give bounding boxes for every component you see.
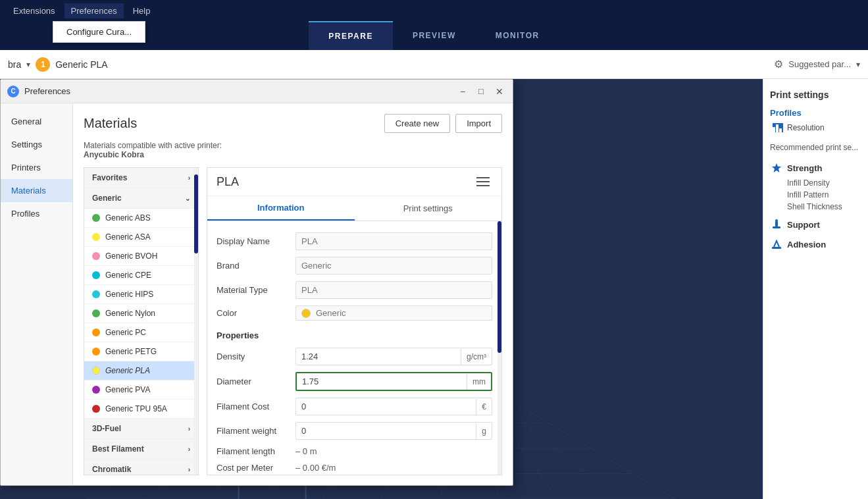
field-display-name: Display Name (217, 229, 492, 253)
detail-scrollbar[interactable] (498, 221, 501, 475)
dropdown-arrow[interactable]: ▾ (26, 60, 30, 69)
filament-cost-input[interactable] (296, 398, 476, 415)
color-swatch[interactable] (301, 309, 311, 318)
weight-unit: g (476, 423, 492, 439)
field-diameter: Diameter mm (217, 369, 492, 394)
support-icon (770, 218, 783, 231)
material-generic-abs[interactable]: Generic ABS (84, 209, 198, 228)
tab-monitor[interactable]: MONITOR (476, 21, 559, 50)
adhesion-section[interactable]: Adhesion (770, 234, 861, 253)
infill-density-item: Infill Density (770, 177, 861, 189)
create-new-button[interactable]: Create new (384, 114, 450, 133)
detail-content: Display Name Brand Mater (207, 221, 501, 475)
color-dot (92, 367, 100, 375)
nav-general[interactable]: General (1, 110, 72, 133)
canvas-area: C Preferences − □ ✕ General Settings Pri… (0, 79, 763, 499)
adhesion-label: Adhesion (787, 240, 826, 250)
dialog-title-label: Preferences (24, 86, 451, 96)
menu-extensions[interactable]: Extensions (7, 3, 62, 18)
nav-materials[interactable]: Materials (1, 179, 72, 202)
filament-length-value: – 0 m (295, 446, 317, 456)
maximize-button[interactable]: □ (474, 85, 488, 98)
display-name-input[interactable] (295, 232, 492, 250)
field-label: Filament length (217, 446, 295, 456)
support-label: Support (787, 220, 820, 230)
tab-prepare[interactable]: PREPARE (309, 21, 393, 50)
import-button[interactable]: Import (455, 114, 502, 133)
materials-list: Favorites › Generic ⌄ Generic (84, 167, 199, 475)
brand-input[interactable] (295, 257, 492, 275)
material-generic-bvoh[interactable]: Generic BVOH (84, 247, 198, 266)
dropdown-arrow-right[interactable]: ▾ (856, 60, 860, 69)
close-button[interactable]: ✕ (493, 85, 506, 98)
settings-icon: ⚙ (774, 58, 783, 70)
minimize-button[interactable]: − (456, 85, 469, 98)
nav-settings[interactable]: Settings (1, 133, 72, 156)
tab-information[interactable]: Information (207, 196, 355, 221)
support-section[interactable]: Support (770, 213, 861, 234)
menu-preferences[interactable]: Preferences (64, 3, 124, 18)
material-detail-name: PLA (217, 175, 474, 189)
cost-unit: € (476, 399, 492, 415)
category-favorites[interactable]: Favorites › (84, 168, 198, 188)
material-generic-cpe[interactable]: Generic CPE (84, 266, 198, 285)
printer-name-prefix: bra (8, 59, 21, 70)
field-filament-cost: Filament Cost € (217, 394, 492, 419)
field-cost-per-meter: Cost per Meter – 0.00 €/m (217, 460, 492, 475)
menu-bar: Extensions Preferences Help Configure Cu… (0, 0, 868, 21)
detail-header: PLA (207, 168, 501, 196)
category-generic[interactable]: Generic ⌄ (84, 188, 198, 209)
preferences-dropdown: Configure Cura... (53, 21, 145, 43)
profiles-label: Profiles (770, 107, 861, 120)
color-dot (92, 252, 100, 260)
filament-weight-input[interactable] (296, 423, 476, 439)
dialog-app-icon: C (7, 86, 19, 97)
configure-cura-item[interactable]: Configure Cura... (53, 22, 145, 42)
dialog-sidebar: General Settings Printers Materials Prof… (1, 103, 73, 485)
hamburger-menu[interactable] (474, 174, 492, 189)
color-dot (92, 290, 100, 298)
shell-thickness-item: Shell Thickness (770, 201, 861, 213)
material-generic-hips[interactable]: Generic HIPS (84, 285, 198, 304)
material-type-input[interactable] (295, 281, 492, 299)
color-dot (92, 328, 100, 336)
material-generic-tpu[interactable]: Generic TPU 95A (84, 400, 198, 419)
field-label: Display Name (217, 236, 295, 246)
category-best-filament[interactable]: Best Filament › (84, 439, 198, 460)
material-name: Generic PLA (55, 59, 107, 70)
field-label: Material Type (217, 285, 295, 295)
color-dot (92, 309, 100, 317)
properties-section-header: Properties (217, 324, 492, 344)
menu-help[interactable]: Help (126, 3, 157, 18)
nav-profiles[interactable]: Profiles (1, 202, 72, 225)
density-input[interactable] (296, 348, 461, 365)
field-label: Color (217, 308, 295, 318)
printer-bar: bra ▾ 1 Generic PLA ⚙ Suggested par... ▾ (0, 50, 868, 79)
material-generic-pc[interactable]: Generic PC (84, 323, 198, 342)
material-generic-pva[interactable]: Generic PVA (84, 381, 198, 400)
tab-print-settings[interactable]: Print settings (355, 196, 502, 221)
nav-printers[interactable]: Printers (1, 156, 72, 179)
category-chromatik[interactable]: Chromatik › (84, 460, 198, 475)
category-3dfuel[interactable]: 3D-Fuel › (84, 419, 198, 439)
color-input[interactable] (316, 308, 486, 318)
infill-pattern-item: Infill Pattern (770, 189, 861, 201)
suggested-params-label[interactable]: Suggested par... (788, 59, 851, 69)
diameter-input[interactable] (297, 373, 467, 390)
material-generic-nylon[interactable]: Generic Nylon (84, 304, 198, 323)
tab-preview[interactable]: PREVIEW (393, 21, 476, 50)
list-scrollbar[interactable] (194, 168, 198, 475)
material-generic-petg[interactable]: Generic PETG (84, 342, 198, 361)
strength-section[interactable]: Strength (770, 157, 861, 177)
color-dot (92, 405, 100, 413)
material-generic-asa[interactable]: Generic ASA (84, 228, 198, 247)
material-detail: PLA Information Print settings (207, 167, 502, 475)
material-generic-pla[interactable]: Generic PLA (84, 361, 198, 381)
field-material-type: Material Type (217, 278, 492, 302)
right-sidebar: Print settings Profiles Resolution Recom… (763, 79, 868, 499)
materials-split: Favorites › Generic ⌄ Generic (84, 167, 502, 475)
resolution-item[interactable]: Resolution (770, 120, 861, 135)
resolution-icon (773, 123, 783, 132)
field-label: Density (217, 352, 295, 361)
dialog-body: General Settings Printers Materials Prof… (1, 103, 513, 485)
